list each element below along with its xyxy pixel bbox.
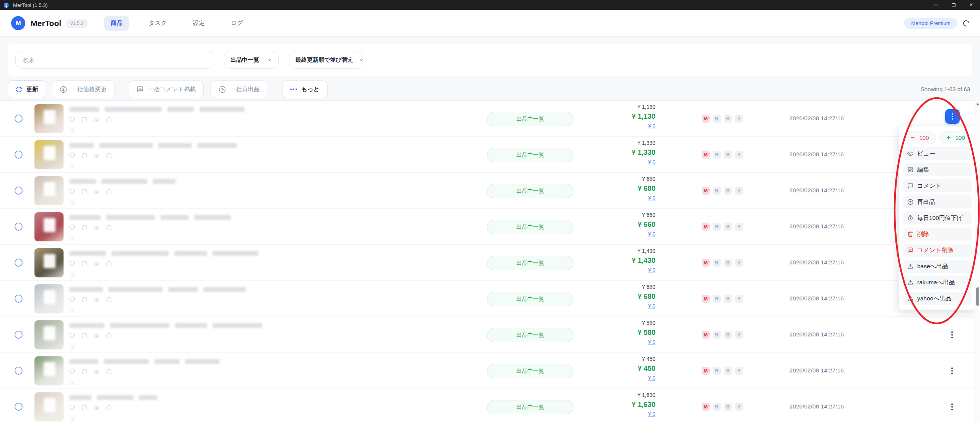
row-checkbox[interactable]	[15, 367, 23, 375]
product-thumbnail[interactable]	[34, 140, 64, 169]
loading-spinner-icon[interactable]	[962, 19, 971, 28]
product-thumbnail[interactable]	[34, 212, 64, 241]
status-badge: 出品中一覧	[487, 184, 573, 198]
marketplace-badge-m: M	[702, 331, 710, 339]
bulk-price-button[interactable]: 一括価格変更	[52, 80, 115, 98]
store-icon	[69, 128, 245, 134]
row-checkbox[interactable]	[15, 403, 23, 411]
menu-item-label: 削除	[917, 230, 929, 238]
views-icon	[94, 261, 100, 268]
product-thumbnail[interactable]	[34, 320, 64, 349]
sort-dropdown[interactable]: 最終更新順で並び替え	[289, 51, 363, 69]
scroll-up-arrow-icon[interactable]	[976, 103, 979, 105]
product-thumbnail[interactable]	[34, 176, 64, 205]
clock-icon	[106, 189, 112, 196]
bulk-comment-button[interactable]: 一括コメント掲載	[129, 80, 204, 98]
scrollbar-thumb[interactable]	[976, 287, 979, 306]
menu-item-label: 毎日100円値下げ	[917, 214, 963, 222]
product-title-redacted	[69, 251, 258, 256]
search-input[interactable]	[15, 51, 214, 69]
price-increment-button[interactable]: 100	[939, 131, 972, 144]
vertical-scrollbar[interactable]	[975, 100, 980, 423]
clock-icon	[106, 369, 112, 376]
profit-link[interactable]: ¥ 0	[648, 266, 655, 274]
tab-logs[interactable]: ログ	[224, 16, 250, 31]
profit-link[interactable]: ¥ 0	[648, 194, 655, 202]
row-menu-button[interactable]	[946, 329, 958, 341]
price-reference: ¥ 1,330	[586, 139, 655, 147]
menu-item-comment-delete[interactable]: コメント削除	[903, 244, 972, 257]
menu-item-relist[interactable]: 再出品	[903, 195, 972, 208]
status-badge: 出品中一覧	[487, 328, 573, 342]
price-stack: ¥ 1,430 ¥ 1,430 ¥ 0	[586, 248, 655, 274]
price-stack: ¥ 1,130 ¥ 1,130 ¥ 0	[586, 103, 655, 130]
marketplace-badge-b: B	[724, 331, 732, 339]
profit-link[interactable]: ¥ 0	[648, 374, 655, 382]
timer-icon	[907, 215, 913, 221]
menu-item-daily-discount[interactable]: 毎日100円値下げ	[903, 212, 972, 225]
row-menu-button[interactable]	[946, 401, 958, 413]
store-icon	[69, 344, 262, 351]
status-filter-value: 出品中一覧	[230, 56, 259, 64]
tab-products[interactable]: 商品	[104, 16, 129, 31]
restore-button[interactable]	[945, 0, 962, 10]
product-thumbnail[interactable]	[34, 284, 64, 313]
views-icon	[94, 297, 100, 304]
row-updated-at: 2026/02/08 14:27:16	[789, 403, 844, 410]
status-filter-dropdown[interactable]: 出品中一覧	[224, 51, 279, 69]
table-row: 出品中一覧 ¥ 450 ¥ 450 ¥ 0 MRBY 2026/02/08 14…	[0, 353, 980, 389]
marketplace-badge-r: R	[713, 115, 721, 123]
row-checkbox[interactable]	[15, 187, 23, 195]
product-thumbnail[interactable]	[34, 104, 64, 133]
row-checkbox[interactable]	[15, 295, 23, 303]
row-checkbox[interactable]	[15, 331, 23, 339]
row-checkbox[interactable]	[15, 151, 23, 159]
marketplace-badge-y: Y	[735, 295, 743, 303]
profit-link[interactable]: ¥ 0	[648, 410, 655, 418]
clock-icon	[106, 405, 112, 412]
more-button[interactable]: もっと	[282, 80, 328, 98]
app-header: M MerTool v1.5.3 商品 タスク 設定 ログ Mertool Pr…	[0, 10, 980, 37]
menu-item-list-to-base[interactable]: baseへ出品	[903, 260, 972, 273]
edit-icon	[907, 167, 913, 173]
profit-link[interactable]: ¥ 0	[648, 158, 655, 166]
row-menu-button-active[interactable]	[945, 109, 960, 124]
minimize-icon	[934, 5, 938, 5]
bulk-relist-button[interactable]: 一括再出品	[211, 80, 268, 98]
profit-link[interactable]: ¥ 0	[648, 230, 655, 238]
product-thumbnail[interactable]	[34, 248, 64, 277]
like-icon	[69, 261, 75, 268]
profit-link[interactable]: ¥ 0	[648, 338, 655, 346]
product-stats	[69, 369, 219, 376]
table-row: 出品中一覧 ¥ 580 ¥ 580 ¥ 0 MRBY 2026/02/08 14…	[0, 317, 980, 353]
menu-item-edit[interactable]: 編集	[903, 163, 972, 176]
comment-icon	[907, 183, 913, 189]
marketplace-badge-b: B	[724, 151, 732, 159]
close-button[interactable]: ×	[962, 0, 980, 10]
product-stats	[69, 297, 246, 304]
menu-item-list-to-rakuma[interactable]: rakumaへ出品	[903, 276, 972, 289]
product-thumbnail[interactable]	[34, 392, 64, 421]
price-decrement-button[interactable]: 100	[903, 131, 936, 144]
row-checkbox[interactable]	[15, 259, 23, 267]
tab-settings[interactable]: 設定	[186, 16, 211, 31]
minimize-button[interactable]	[927, 0, 945, 10]
row-checkbox[interactable]	[15, 223, 23, 231]
marketplace-badges: MRBY	[702, 223, 743, 231]
product-stats	[69, 405, 157, 412]
profit-link[interactable]: ¥ 0	[648, 122, 655, 130]
tab-tasks[interactable]: タスク	[142, 16, 173, 31]
update-button[interactable]: 更新	[8, 80, 46, 98]
marketplace-badge-r: R	[713, 187, 721, 195]
profit-link[interactable]: ¥ 0	[648, 302, 655, 310]
product-thumbnail[interactable]	[34, 356, 64, 385]
menu-item-delete[interactable]: 削除	[903, 228, 972, 241]
redacted-title-bar	[168, 287, 198, 292]
row-checkbox[interactable]	[15, 115, 23, 123]
plus-icon	[946, 135, 951, 140]
menu-item-view[interactable]: ビュー	[903, 147, 972, 160]
price-reference: ¥ 660	[586, 212, 655, 219]
row-menu-button[interactable]	[946, 365, 958, 377]
menu-item-list-to-yahoo[interactable]: yahooへ出品	[903, 292, 972, 305]
menu-item-comment[interactable]: コメント	[903, 179, 972, 192]
